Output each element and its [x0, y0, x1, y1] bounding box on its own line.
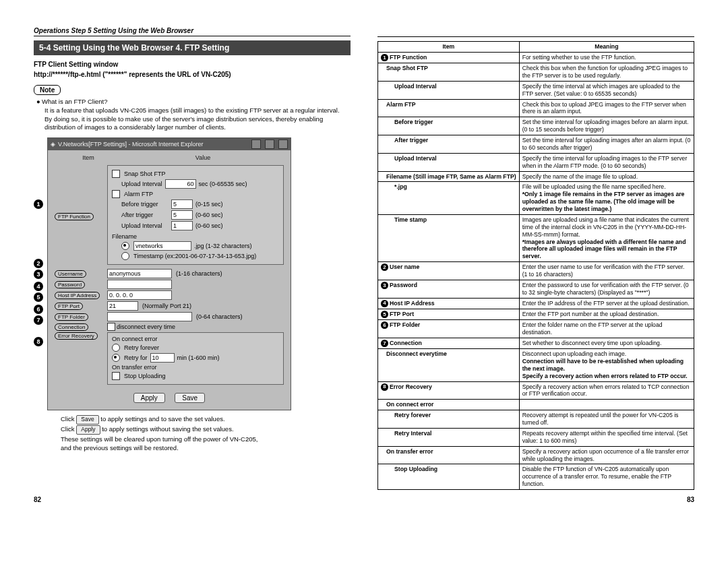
callout-5: 5 — [34, 292, 43, 302]
th-meaning: Meaning — [519, 42, 694, 53]
stop-upload-checkbox[interactable] — [112, 372, 120, 380]
label-hostip: Host IP Address — [55, 292, 100, 299]
row-item: Retry forever — [378, 410, 520, 429]
row-meaning: Set whether to disconnect every time upo… — [519, 338, 694, 348]
row-meaning: Enter the user name to use for verificat… — [519, 262, 694, 280]
apply-button[interactable]: Apply — [133, 393, 165, 403]
password-input[interactable] — [107, 280, 172, 289]
callout-7: 7 — [34, 315, 43, 325]
ftpport-hint: (Normally Port 21) — [142, 303, 191, 309]
callout-6: 6 — [34, 305, 43, 314]
page-left: Operations Step 5 Setting Using the Web … — [34, 27, 351, 490]
section-heading: 5-4 Setting Using the Web Browser 4. FTP… — [34, 40, 351, 55]
row-item: *.jpg — [378, 182, 520, 215]
before-input[interactable]: 5 — [171, 199, 193, 209]
onconnect-label: On connect error — [112, 336, 279, 342]
ftpfolder-input[interactable] — [107, 312, 192, 321]
row-item: Disconnect everytime — [378, 349, 520, 382]
label-connection: Connection — [55, 323, 88, 331]
row-meaning: Disconnect upon uploading each image.Con… — [519, 349, 694, 382]
hostip-input[interactable]: 0. 0. 0. 0 — [107, 290, 172, 300]
row-item: Retry Interval — [378, 428, 520, 446]
retry-input[interactable]: 10 — [150, 353, 175, 363]
row-meaning: Recovery attempt is repeated until the p… — [519, 410, 694, 429]
after-label: After trigger — [121, 212, 169, 218]
row-meaning: Set the time interval for uploading imag… — [519, 117, 694, 135]
caption-block: Click Save to apply settings and to save… — [34, 414, 351, 452]
row-item: Filename (Still image FTP, Same as Alarm… — [378, 171, 520, 182]
th-item: Item — [378, 42, 520, 53]
row-meaning: Enter the password to use for verificati… — [519, 280, 694, 298]
ftpport-input[interactable]: 21 — [107, 301, 138, 311]
timestamp-radio[interactable] — [121, 252, 129, 260]
upload-interval-label: Upload Interval — [121, 181, 162, 187]
upload-interval-input[interactable]: 60 — [165, 179, 196, 189]
row-item: On connect error — [378, 400, 520, 410]
callout-8: 8 — [34, 337, 43, 346]
subhead-url: http://******/ftp-e.html ("******" repre… — [34, 71, 351, 78]
minimize-button[interactable] — [251, 139, 261, 149]
after-hint: (0-60 sec) — [195, 212, 223, 218]
snapshot-label: Snap Shot FTP — [124, 170, 166, 177]
col-value: Value — [122, 154, 284, 161]
note-p2: By doing so, it is possible to make use … — [44, 115, 351, 133]
row-item: After trigger — [378, 135, 520, 154]
label-ftpfolder: FTP Folder — [55, 313, 88, 321]
subhead-window: FTP Client Setting window — [34, 61, 351, 68]
row-item: Upload Interval — [378, 81, 520, 99]
upload2-input[interactable]: 1 — [171, 221, 193, 230]
callout-2: 2 — [34, 259, 43, 268]
row-meaning — [519, 400, 694, 410]
timestamp-label: Timestamp (ex:2001-06-07-17-34-13-653.jp… — [133, 253, 256, 259]
upload-interval-hint: sec (0-65535 sec) — [199, 181, 247, 187]
row-item: Upload Interval — [378, 153, 520, 171]
note-badge: Note — [34, 85, 61, 95]
row-meaning: Repeats recovery attempt within the spec… — [519, 428, 694, 446]
label-error: Error Recovery — [55, 332, 98, 340]
page-number-right: 83 — [687, 496, 694, 503]
row-meaning: Specify the time interval at which image… — [519, 81, 694, 99]
upload2-label: Upload Interval — [121, 222, 169, 229]
row-item: 2User name — [378, 262, 520, 280]
disconnect-checkbox[interactable] — [107, 323, 115, 331]
app-icon: ◈ — [51, 141, 55, 148]
filename-radio[interactable] — [121, 242, 129, 250]
save-button[interactable]: Save — [175, 393, 205, 403]
retry-forever-radio[interactable] — [112, 344, 120, 352]
page-right: Item Meaning 1FTP FunctionFor setting wh… — [377, 27, 694, 490]
username-input[interactable]: anonymous — [107, 269, 172, 278]
alarm-label: Alarm FTP — [124, 191, 153, 197]
filename-hint: .jpg (1-32 characters) — [194, 243, 252, 249]
snapshot-checkbox[interactable] — [112, 170, 120, 178]
row-item: 6FTP Folder — [378, 320, 520, 338]
retry-for-radio[interactable] — [112, 354, 120, 362]
row-item: Snap Shot FTP — [378, 63, 520, 82]
page-number-left: 82 — [34, 496, 41, 503]
row-item: Alarm FTP — [378, 99, 520, 117]
username-hint: (1-16 characters) — [176, 270, 222, 277]
row-meaning: Enter the folder name on the FTP server … — [519, 320, 694, 338]
label-ftpport: FTP Port — [55, 303, 83, 310]
before-hint: (0-15 sec) — [195, 201, 223, 208]
note-question: What is an FTP Client? — [42, 98, 108, 105]
row-meaning: Set the time interval for uploading imag… — [519, 135, 694, 154]
filename-input[interactable]: vnetworks — [133, 241, 191, 251]
caption-save-btn: Save — [76, 415, 98, 425]
row-meaning: Images are uploaded using a file name th… — [519, 214, 694, 261]
callout-4: 4 — [34, 282, 43, 291]
before-label: Before trigger — [121, 201, 169, 208]
row-meaning: Specify a recovery action upon occurrenc… — [519, 446, 694, 464]
row-meaning: Check this box when the function for upl… — [519, 63, 694, 82]
alarm-checkbox[interactable] — [112, 190, 120, 198]
maximize-button[interactable] — [265, 139, 274, 149]
row-meaning: Enter the FTP port number at the upload … — [519, 309, 694, 319]
row-item: 3Password — [378, 280, 520, 298]
note-p1: It is a feature that uploads VN-C205 ima… — [44, 106, 351, 115]
retry-forever-label: Retry forever — [124, 344, 159, 351]
meaning-table: Item Meaning 1FTP FunctionFor setting wh… — [377, 41, 694, 490]
close-button[interactable] — [278, 139, 288, 149]
disconnect-label: disconnect every time — [117, 323, 175, 330]
upload2-hint: (0-60 sec) — [195, 222, 223, 229]
after-input[interactable]: 5 — [171, 210, 193, 220]
retry-hint: min (1-600 min) — [177, 354, 220, 361]
